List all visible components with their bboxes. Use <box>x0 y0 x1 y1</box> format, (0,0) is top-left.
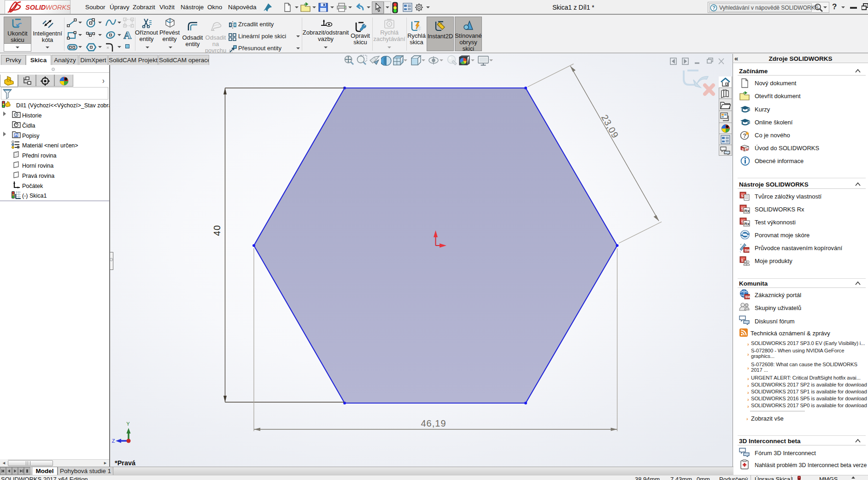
svg-text:23,09: 23,09 <box>599 113 621 140</box>
svg-text:S: S <box>741 194 744 198</box>
svg-text:40: 40 <box>212 225 222 236</box>
svg-text:S: S <box>741 258 744 263</box>
svg-text:SW: SW <box>745 248 750 252</box>
svg-text:?: ? <box>712 5 716 11</box>
svg-text:WORKS: WORKS <box>46 4 70 11</box>
svg-text:46,19: 46,19 <box>421 418 446 428</box>
svg-text:?: ? <box>743 133 746 139</box>
svg-text:SOLID: SOLID <box>25 4 46 11</box>
svg-text:S: S <box>742 148 744 151</box>
svg-text:Z: Z <box>112 438 115 444</box>
svg-text:Y: Y <box>126 421 130 427</box>
svg-text:W: W <box>745 148 749 151</box>
svg-text:Rx: Rx <box>745 209 750 213</box>
svg-text:Rx: Rx <box>745 222 750 226</box>
svg-text:A: A <box>123 29 132 41</box>
svg-text:SW: SW <box>745 295 751 299</box>
